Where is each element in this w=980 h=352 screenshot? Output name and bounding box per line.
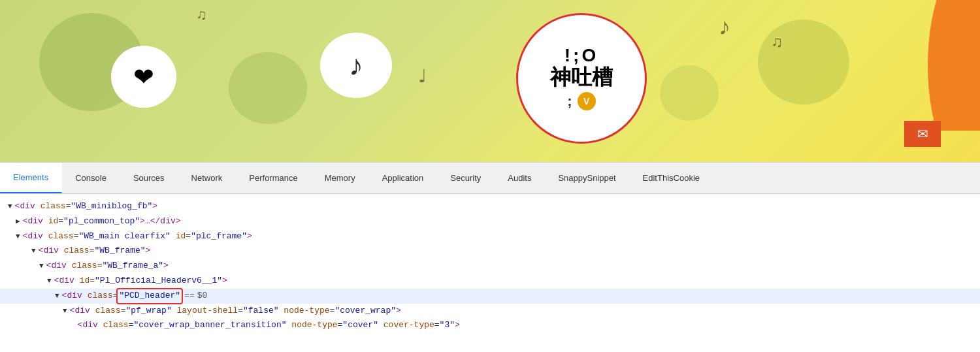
logo-v-badge: V <box>578 92 596 110</box>
deco-blob-4 <box>660 65 719 121</box>
code-panel: ▼ <div class = "WB_miniblog_fb" > ▶ <div… <box>0 194 980 352</box>
tab-performance[interactable]: Performance <box>236 163 311 193</box>
code-line-5: ▼ <div class = "WB_frame_a" > <box>0 259 980 274</box>
tab-application[interactable]: Application <box>369 163 438 193</box>
logo-bottom-row: ; V <box>567 92 595 110</box>
code-line-6: ▼ <div id = "Pl_Official_Headerv6__1" > <box>0 274 980 289</box>
music-bubble: ♪ <box>320 33 392 98</box>
tab-editcookie[interactable]: EditThisCookie <box>630 163 713 193</box>
arrow-5: ▼ <box>39 261 44 272</box>
arrow-6: ▼ <box>47 276 52 287</box>
tab-sources[interactable]: Sources <box>120 163 178 193</box>
arrow-8: ▼ <box>63 306 67 317</box>
code-line-4: ▼ <div class = "WB_frame" > <box>0 244 980 259</box>
tab-snappy[interactable]: SnappySnippet <box>545 163 629 193</box>
arrow-9 <box>71 320 75 332</box>
logo-semicolons: ; <box>567 93 572 110</box>
heart-icon: ❤ <box>133 63 154 91</box>
arrow-2: ▶ <box>16 216 20 228</box>
arrow-7: ▼ <box>55 291 59 302</box>
code-line-2: ▶ <div id = "pl_common_top" > … </div> <box>0 214 980 229</box>
highlighted-class: "PCD_header" <box>118 289 182 303</box>
deco-blob-2 <box>229 52 307 124</box>
heart-bubble: ❤ <box>111 46 176 108</box>
arrow-3: ▼ <box>16 231 20 243</box>
tab-memory[interactable]: Memory <box>312 163 369 193</box>
tab-security[interactable]: Security <box>437 163 495 193</box>
tab-network[interactable]: Network <box>178 163 237 193</box>
website-header: ❤ ♪ ♪ ♫ ♩ ♫ !;O 神吐槽 ; V ✉ <box>0 0 980 162</box>
music-note-deco-3: ♩ <box>418 65 427 87</box>
logo-punctuation: !;O <box>564 46 598 65</box>
email-button[interactable]: ✉ <box>904 121 941 147</box>
music-note-deco-1: ♪ <box>719 13 730 40</box>
code-line-7-highlighted: ▼ <div class = "PCD_header" == $0 <box>0 289 980 304</box>
logo-chinese: 神吐槽 <box>550 65 613 89</box>
arrow-4: ▼ <box>31 246 36 257</box>
music-note-icon: ♪ <box>349 49 363 82</box>
email-icon: ✉ <box>917 126 928 142</box>
code-line-1: ▼ <div class = "WB_miniblog_fb" > <box>0 199 980 214</box>
code-line-3: ▼ <div class = "WB_main clearfix" id = "… <box>0 229 980 244</box>
music-note-deco-4: ♫ <box>196 7 207 24</box>
arrow-1: ▼ <box>8 201 12 213</box>
tab-audits[interactable]: Audits <box>495 163 545 193</box>
devtools-tabbar: Elements Console Sources Network Perform… <box>0 162 980 194</box>
music-note-deco-2: ♫ <box>771 33 783 51</box>
tab-elements[interactable]: Elements <box>0 163 62 193</box>
code-line-8: ▼ <div class = "pf_wrap" layout-shell = … <box>0 304 980 319</box>
code-line-9: <div class = "cover_wrap_banner_transiti… <box>0 318 980 333</box>
tab-console[interactable]: Console <box>62 163 120 193</box>
logo-circle: !;O 神吐槽 ; V <box>516 13 647 144</box>
